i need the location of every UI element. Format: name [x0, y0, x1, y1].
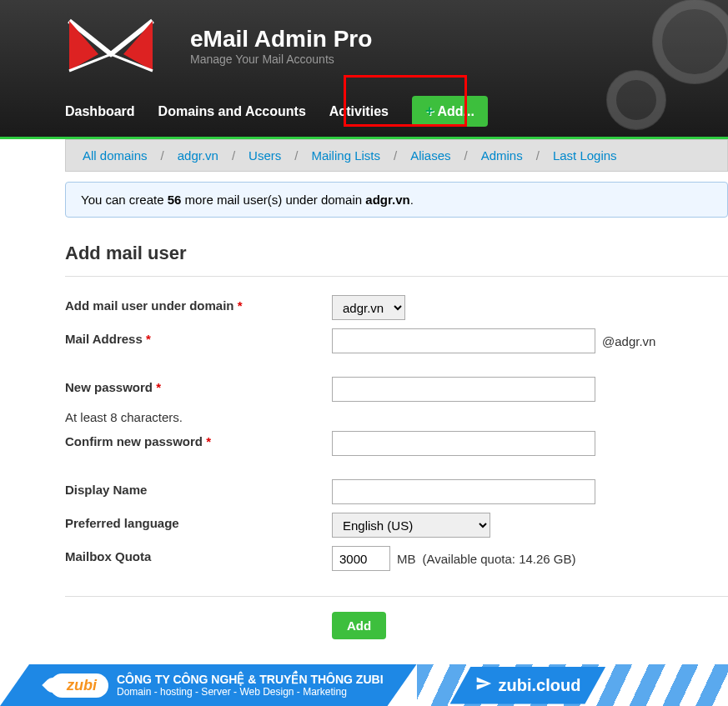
footer-cloud-link[interactable]: zubi.cloud	[450, 667, 606, 704]
label-language: Preferred language	[65, 516, 179, 530]
domain-select[interactable]: adgr.vn	[332, 295, 405, 320]
add-button-label: Add...	[437, 104, 474, 119]
breadcrumb-all-domains[interactable]: All domains	[83, 148, 148, 163]
notice-domain: adgr.vn	[365, 193, 409, 207]
header: eMail Admin Pro Manage Your Mail Account…	[0, 0, 728, 137]
footer-tagline: Domain - hosting - Server - Web Design -…	[117, 686, 384, 698]
language-select[interactable]: English (US)	[332, 513, 490, 538]
breadcrumb: All domains / adgr.vn / Users / Mailing …	[65, 139, 728, 172]
breadcrumb-last-logins[interactable]: Last Logins	[553, 148, 617, 163]
label-display-name: Display Name	[65, 483, 147, 497]
confirm-password-input[interactable]	[332, 431, 595, 456]
footer-cloud-text: zubi.cloud	[499, 676, 581, 695]
page-title: Add mail user	[65, 228, 728, 277]
quota-hint: (Available quota: 14.26 GB)	[423, 552, 576, 566]
brand-title: eMail Admin Pro	[190, 26, 372, 53]
label-mail-address: Mail Address	[65, 332, 143, 346]
display-name-input[interactable]	[332, 479, 595, 504]
submit-add-button[interactable]: Add	[332, 612, 386, 639]
mail-address-input[interactable]	[332, 328, 595, 353]
brand-subtitle: Manage Your Mail Accounts	[190, 53, 372, 66]
footer-company: CÔNG TY CÔNG NGHỆ & TRUYỀN THÔNG ZUBI	[117, 673, 384, 686]
quota-unit: MB	[397, 552, 416, 566]
password-hint: At least 8 characters.	[65, 410, 728, 424]
nav-activities[interactable]: Activities	[329, 104, 389, 119]
add-button[interactable]: + Add...	[412, 96, 488, 127]
quota-input[interactable]	[332, 546, 390, 571]
label-new-password: New password	[65, 380, 153, 394]
info-notice: You can create 56 more mail user(s) unde…	[65, 182, 728, 218]
divider	[65, 596, 728, 597]
main-nav: Dashboard Domains and Accounts Activitie…	[0, 83, 728, 137]
nav-dashboard[interactable]: Dashboard	[65, 104, 135, 119]
notice-count: 56	[168, 193, 182, 207]
nav-domains-accounts[interactable]: Domains and Accounts	[158, 104, 306, 119]
label-quota: Mailbox Quota	[65, 549, 151, 563]
label-confirm-password: Confirm new password	[65, 434, 203, 448]
label-domain: Add mail user under domain	[65, 298, 234, 313]
breadcrumb-admins[interactable]: Admins	[481, 148, 523, 163]
mail-suffix: @adgr.vn	[602, 334, 655, 348]
zubi-logo-icon: zubi	[50, 673, 108, 698]
plus-icon: +	[425, 103, 434, 120]
add-user-form: Add mail user under domain * adgr.vn Mai…	[65, 295, 728, 639]
breadcrumb-mailing-lists[interactable]: Mailing Lists	[311, 148, 380, 163]
new-password-input[interactable]	[332, 377, 595, 402]
logo-icon	[65, 17, 157, 75]
breadcrumb-aliases[interactable]: Aliases	[410, 148, 450, 163]
breadcrumb-domain[interactable]: adgr.vn	[178, 148, 218, 163]
footer: zubi CÔNG TY CÔNG NGHỆ & TRUYỀN THÔNG ZU…	[0, 664, 728, 706]
breadcrumb-users[interactable]: Users	[249, 148, 281, 163]
paper-plane-icon	[475, 675, 492, 696]
